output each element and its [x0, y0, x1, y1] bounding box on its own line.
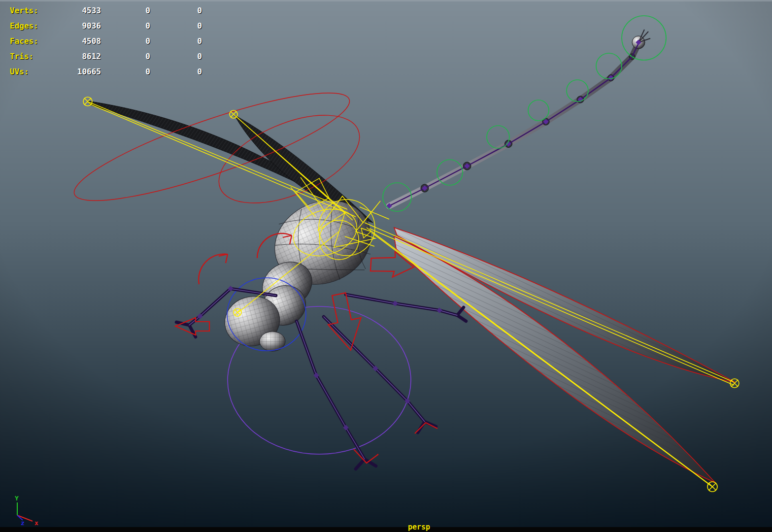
camera-name-label: persp — [33, 523, 772, 532]
viewport-top-edge — [0, 0, 772, 1]
hud-stat-col2: 0 — [101, 21, 150, 31]
hud-stat-col3: 0 — [150, 52, 202, 61]
y-axis-icon: Y — [15, 495, 19, 502]
hud-stat-col2: 0 — [101, 52, 150, 61]
hud-stat-label: Verts: — [10, 6, 65, 15]
hud-stat-col3: 0 — [150, 67, 202, 76]
hud-row: Verts: 4533 0 0 — [10, 3, 202, 18]
hud-stat-label: Edges: — [10, 21, 65, 31]
hud-stat-total: 10665 — [65, 67, 101, 76]
hud-stat-col3: 0 — [150, 6, 202, 15]
z-axis-icon: z — [21, 519, 25, 526]
hud-stat-col2: 0 — [101, 36, 150, 46]
hud-poly-counts: Verts: 4533 0 0 Edges: 9036 0 0 Faces: 4… — [10, 3, 202, 79]
x-axis-icon: x — [34, 519, 38, 526]
hud-stat-label: Faces: — [10, 36, 65, 46]
hud-row: Edges: 9036 0 0 — [10, 18, 202, 33]
hud-stat-col3: 0 — [150, 36, 202, 46]
hud-stat-total: 8612 — [65, 52, 101, 61]
axis-gizmo: Y z x — [11, 494, 50, 526]
hud-row: Faces: 4508 0 0 — [10, 33, 202, 49]
hud-stat-label: Tris: — [10, 52, 65, 61]
hud-stat-col2: 0 — [101, 6, 150, 15]
hud-stat-col3: 0 — [150, 21, 202, 31]
hud-row: Tris: 8612 0 0 — [10, 49, 202, 64]
hud-stat-total: 4508 — [65, 36, 101, 46]
hud-stat-total: 4533 — [65, 6, 101, 15]
hud-stat-col2: 0 — [101, 67, 150, 76]
hud-stat-total: 9036 — [65, 21, 101, 31]
x-axis-line — [17, 515, 33, 521]
viewport-canvas[interactable]: Verts: 4533 0 0 Edges: 9036 0 0 Faces: 4… — [0, 0, 772, 532]
hud-stat-label: UVs: — [10, 67, 65, 76]
hud-row: UVs: 10665 0 0 — [10, 64, 202, 79]
scene[interactable] — [0, 0, 772, 532]
